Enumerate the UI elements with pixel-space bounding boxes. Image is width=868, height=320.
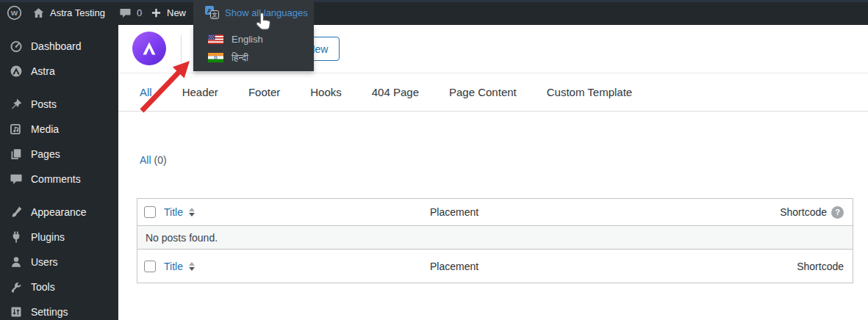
tab-404-page[interactable]: 404 Page — [372, 86, 419, 98]
sidebar-item-label: Posts — [31, 98, 57, 110]
sidebar-item-users[interactable]: Users — [0, 250, 118, 274]
admin-bar: W Astra Testing 0 New A 文 Show all langu… — [0, 0, 868, 25]
filter-links: All(0) — [140, 154, 167, 166]
comment-icon — [10, 172, 23, 186]
sidebar-item-label: Media — [31, 123, 59, 135]
language-option-english[interactable]: English — [193, 30, 314, 48]
settings-icon — [10, 305, 23, 319]
shortcode-column-footer: Shortcode — [797, 261, 853, 272]
comments-menu[interactable]: 0 — [119, 0, 142, 25]
media-icon — [10, 123, 23, 136]
select-all-checkbox-bottom[interactable] — [144, 261, 156, 272]
sidebar-item-label: Comments — [31, 173, 81, 185]
admin-sidebar: Dashboard Astra Posts Media Pages Commen… — [0, 25, 118, 320]
sidebar-item-label: Plugins — [31, 231, 65, 243]
sidebar-item-tools[interactable]: Tools — [0, 274, 118, 299]
site-name-label: Astra Testing — [50, 7, 105, 18]
sidebar-item-label: Astra — [31, 65, 55, 77]
tab-hooks[interactable]: Hooks — [310, 86, 342, 98]
language-option-label: English — [232, 34, 263, 45]
svg-text:W: W — [11, 9, 18, 17]
sidebar-item-label: Pages — [31, 148, 60, 160]
help-icon[interactable] — [831, 206, 844, 219]
plus-icon — [151, 7, 162, 18]
sidebar-item-label: Tools — [31, 281, 55, 293]
tab-all[interactable]: All — [140, 86, 152, 98]
shortcode-column-label: Shortcode — [780, 206, 827, 218]
empty-message: No posts found. — [146, 232, 218, 244]
sidebar-item-astra[interactable]: Astra — [0, 59, 118, 84]
sidebar-item-pages[interactable]: Pages — [0, 142, 118, 167]
astra-icon — [10, 65, 23, 78]
sidebar-item-label: Appearance — [31, 206, 87, 218]
home-icon — [32, 7, 45, 19]
title-column-label: Title — [164, 261, 183, 272]
language-option-label: हिन्दी — [232, 52, 248, 64]
pages-icon — [10, 148, 23, 161]
shortcode-column-label: Shortcode — [797, 261, 844, 272]
language-switcher-label: Show all languages — [225, 7, 308, 18]
astra-logo — [132, 32, 166, 65]
india-flag-icon — [208, 53, 223, 62]
sidebar-item-label: Users — [31, 256, 58, 268]
tab-header[interactable]: Header — [182, 86, 218, 98]
sidebar-item-posts[interactable]: Posts — [0, 92, 118, 117]
sidebar-item-plugins[interactable]: Plugins — [0, 225, 118, 250]
custom-layouts-table: Title Placement Shortcode No posts found… — [137, 198, 853, 283]
empty-row: No posts found. — [137, 226, 853, 249]
language-dropdown: English हिन्दी — [193, 25, 314, 71]
wordpress-logo-menu[interactable]: W — [7, 0, 22, 25]
language-option-hindi[interactable]: हिन्दी — [193, 48, 314, 67]
custom-layout-tabs: All Header Footer Hooks 404 Page Page Co… — [118, 73, 868, 112]
wordpress-logo-icon: W — [7, 5, 22, 21]
sort-icon — [189, 208, 195, 217]
tab-custom-template[interactable]: Custom Template — [547, 86, 632, 98]
us-flag-icon — [208, 34, 223, 44]
title-column-sort[interactable]: Title — [164, 206, 430, 218]
filter-all-link[interactable]: All — [140, 154, 151, 166]
new-content-menu[interactable]: New — [151, 0, 186, 25]
comment-bubble-icon — [119, 7, 132, 19]
title-column-sort-bottom[interactable]: Title — [164, 261, 430, 272]
site-name-menu[interactable]: Astra Testing — [32, 0, 105, 25]
plug-icon — [10, 230, 23, 244]
language-switcher-menu[interactable]: A 文 Show all languages — [193, 0, 314, 25]
sidebar-item-label: Dashboard — [31, 40, 82, 52]
sidebar-item-dashboard[interactable]: Dashboard — [0, 34, 118, 59]
sort-icon — [189, 262, 195, 271]
translate-icon: A 文 — [204, 5, 219, 20]
dashboard-icon — [10, 40, 23, 53]
table-footer-row: Title Placement Shortcode — [137, 249, 853, 283]
sidebar-item-comments[interactable]: Comments — [0, 167, 118, 192]
placement-column-footer: Placement — [430, 261, 797, 272]
filter-all-count: (0) — [154, 154, 167, 166]
sidebar-item-appearance[interactable]: Appearance — [0, 200, 118, 225]
title-column-label: Title — [164, 206, 183, 218]
tab-footer[interactable]: Footer — [248, 86, 280, 98]
tab-page-content[interactable]: Page Content — [449, 86, 517, 98]
brush-icon — [10, 206, 23, 219]
sidebar-item-media[interactable]: Media — [0, 117, 118, 142]
placement-column-header: Placement — [430, 206, 780, 218]
user-icon — [10, 255, 23, 269]
sidebar-item-label: Settings — [31, 306, 68, 318]
pushpin-icon — [10, 98, 23, 111]
table-header-row: Title Placement Shortcode — [137, 199, 853, 226]
comments-count: 0 — [137, 7, 142, 18]
wrench-icon — [10, 280, 23, 294]
shortcode-column-header: Shortcode — [780, 206, 853, 219]
select-all-checkbox[interactable] — [144, 206, 156, 218]
sidebar-item-settings[interactable]: Settings — [0, 299, 118, 320]
header-divider — [181, 35, 182, 63]
new-menu-label: New — [167, 7, 186, 18]
svg-text:文: 文 — [212, 12, 218, 18]
